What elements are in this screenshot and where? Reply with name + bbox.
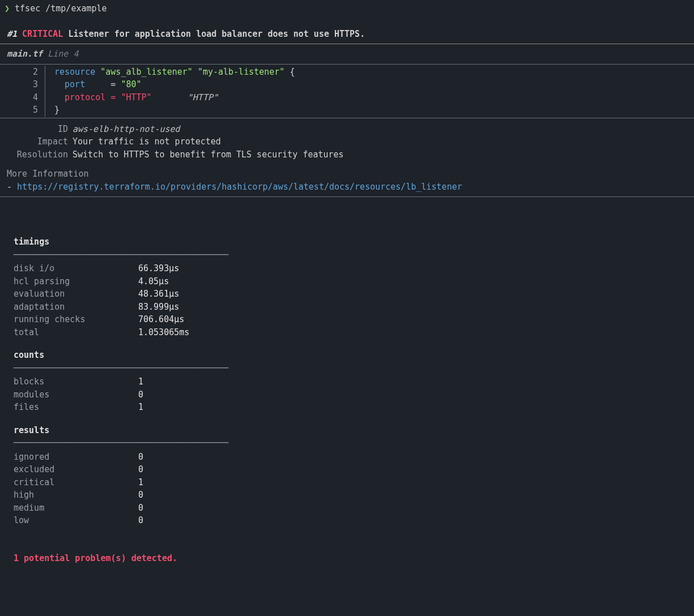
file-name: main.tf <box>7 49 42 59</box>
stat-row: excluded0 <box>14 463 680 476</box>
issue-title: Listener for application load balancer d… <box>68 29 365 39</box>
counts-title: counts <box>14 349 680 362</box>
divider <box>0 118 694 118</box>
section-underline: ────────────────────────────────────────… <box>14 362 680 375</box>
stat-label: medium <box>14 502 138 515</box>
stat-row: total1.053065ms <box>14 326 680 339</box>
results-title: results <box>14 424 680 437</box>
summary: timings ────────────────────────────────… <box>0 198 694 571</box>
stat-label: evaluation <box>14 288 138 301</box>
stat-label: excluded <box>14 463 138 476</box>
stat-value: 83.999µs <box>138 301 179 314</box>
stat-value: 48.361µs <box>138 288 179 301</box>
timings-rows: disk i/o66.393µshcl parsing4.05µsevaluat… <box>14 262 680 339</box>
results-rows: ignored0excluded0critical1high0medium0lo… <box>14 451 680 527</box>
stat-label: high <box>14 489 138 502</box>
file-location: main.tf Line 4 <box>0 45 694 63</box>
command-text: tfsec /tmp/example <box>15 3 107 14</box>
section-underline: ────────────────────────────────────────… <box>14 437 680 450</box>
stat-row: disk i/o66.393µs <box>14 262 680 275</box>
line-gutter: 2 3 4 5 <box>0 66 45 117</box>
stat-value: 0 <box>138 489 143 502</box>
stat-value: 0 <box>138 451 143 464</box>
issue-meta: ID aws-elb-http-not-used Impact Your tra… <box>0 119 694 164</box>
divider <box>0 64 694 65</box>
divider <box>0 44 694 44</box>
stat-value: 0 <box>138 502 143 515</box>
stat-row: low0 <box>14 514 680 527</box>
stat-value: 66.393µs <box>138 262 179 275</box>
timings-title: timings <box>14 236 680 249</box>
more-info-dash: - <box>7 182 17 192</box>
stat-label: hcl parsing <box>14 275 138 288</box>
severity-badge: CRITICAL <box>22 29 63 39</box>
stat-label: files <box>14 401 138 414</box>
stat-value: 0 <box>138 514 143 527</box>
more-info-link[interactable]: https://registry.terraform.io/providers/… <box>17 182 462 192</box>
stat-row: medium0 <box>14 502 680 515</box>
stat-value: 1 <box>138 401 143 414</box>
code-body: resource "aws_alb_listener" "my-alb-list… <box>45 66 295 117</box>
stat-label: running checks <box>14 313 138 326</box>
stat-value: 4.05µs <box>138 275 169 288</box>
issue-number: #1 <box>7 29 17 39</box>
counts-rows: blocks1modules0files1 <box>14 375 680 414</box>
meta-impact-value: Your traffic is not protected <box>73 135 221 148</box>
stat-row: hcl parsing4.05µs <box>14 275 680 288</box>
meta-id-value: aws-elb-http-not-used <box>73 123 180 136</box>
code-snippet: 2 3 4 5 resource "aws_alb_listener" "my-… <box>0 66 694 117</box>
stat-row: critical1 <box>14 476 680 489</box>
stat-row: ignored0 <box>14 451 680 464</box>
more-info-title: More Information <box>7 168 687 181</box>
issue-header: #1 CRITICAL Listener for application loa… <box>0 28 694 43</box>
prompt-arrow-icon: ❯ <box>5 3 10 14</box>
stat-row: high0 <box>14 489 680 502</box>
stat-row: evaluation48.361µs <box>14 288 680 301</box>
stat-label: low <box>14 514 138 527</box>
section-underline: ────────────────────────────────────────… <box>14 249 680 262</box>
detected-count: 1 potential problem(s) detected. <box>14 552 680 565</box>
more-info: More Information - https://registry.terr… <box>0 163 694 195</box>
stat-label: adaptation <box>14 301 138 314</box>
stat-row: adaptation83.999µs <box>14 301 680 314</box>
file-line-number: Line 4 <box>48 49 78 59</box>
meta-resolution-label: Resolution <box>7 148 73 161</box>
stat-label: critical <box>14 476 138 489</box>
stat-label: total <box>14 326 138 339</box>
stat-row: modules0 <box>14 388 680 401</box>
stat-label: disk i/o <box>14 262 138 275</box>
stat-value: 0 <box>138 463 143 476</box>
meta-impact-label: Impact <box>7 135 73 148</box>
stat-row: running checks706.604µs <box>14 313 680 326</box>
stat-value: 1 <box>138 476 143 489</box>
command-prompt: ❯ tfsec /tmp/example <box>0 2 694 18</box>
stat-label: modules <box>14 388 138 401</box>
stat-value: 706.604µs <box>138 313 184 326</box>
meta-id-label: ID <box>7 123 73 136</box>
stat-value: 1 <box>138 375 143 388</box>
stat-label: blocks <box>14 375 138 388</box>
divider <box>0 196 694 197</box>
stat-row: files1 <box>14 401 680 414</box>
meta-resolution-value: Switch to HTTPS to benefit from TLS secu… <box>73 148 344 161</box>
stat-label: ignored <box>14 451 138 464</box>
stat-value: 1.053065ms <box>138 326 189 339</box>
stat-row: blocks1 <box>14 375 680 388</box>
stat-value: 0 <box>138 388 143 401</box>
